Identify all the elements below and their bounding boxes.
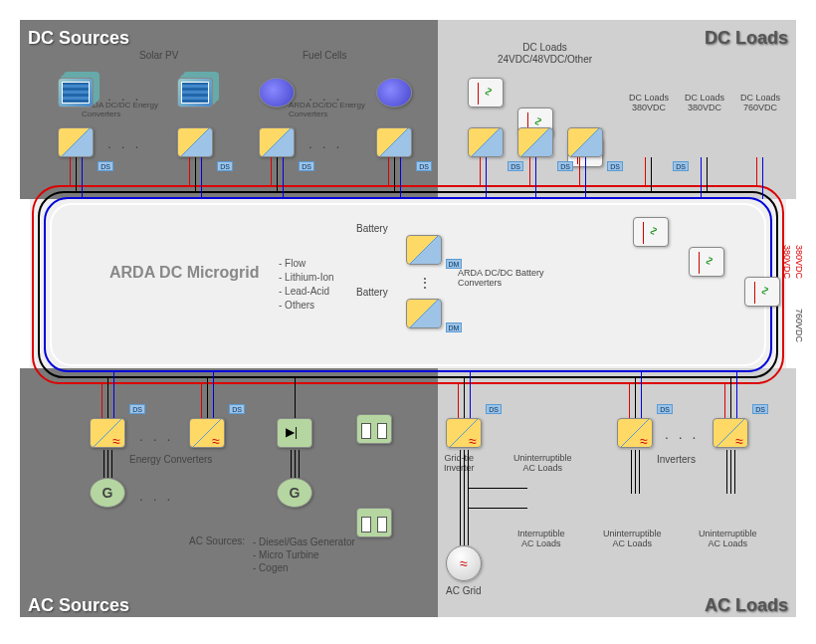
dc-load-380-icon [689,247,724,277]
wire [201,382,202,418]
wire [585,157,586,199]
dcdc-converter-icon [567,127,603,157]
dcdc-converter-icon [259,127,295,157]
ds-badge: DS [129,404,145,414]
ds-badge: DS [416,161,432,171]
ellipsis-icon: . . . [107,88,141,104]
fuel-cell-icon [259,78,295,107]
wire [730,376,731,418]
wire [480,157,481,187]
diode-icon [277,418,312,448]
ellipsis-icon: . . . [308,88,342,104]
battery-icon [356,508,392,537]
wire [111,450,112,478]
wire [470,370,471,418]
wire [102,382,102,418]
ac-sources-list: - Diesel/Gas Generator- Micro Turbine- C… [253,536,355,574]
wire [730,450,731,494]
label-fuel-cells: Fuel Cells [303,50,346,61]
label-battery-converters: ARDA DC/DC Battery Converters [458,269,544,289]
wire [468,450,469,545]
wire [486,157,487,199]
ellipsis-icon: . . . [139,428,173,444]
wire [724,382,725,418]
wire [645,157,646,187]
ellipsis-icon: . . . [308,135,342,151]
label-760vdc-vert: 760VDC [794,309,804,342]
ds-badge: DS [557,161,573,171]
wire [113,370,114,418]
wire [295,376,296,418]
wire [529,157,530,187]
wire [701,157,702,199]
label-dc-loads-380a: DC Loads 380VDC [629,94,669,113]
wire [458,382,459,418]
label-battery: Battery [356,287,388,298]
wire [635,450,636,494]
wire [639,450,640,494]
ds-badge: DS [673,161,689,171]
label-ac-sources-subtitle: AC Sources: [189,536,245,546]
wire [468,488,527,489]
wire [388,157,389,187]
generator-icon: G [90,478,125,508]
ds-badge: DS [508,161,523,171]
wire [295,450,296,478]
label-battery: Battery [356,223,388,234]
label-380vdc-vert: 380VDC [794,245,804,279]
ds-badge: DS [217,161,233,171]
wire [635,376,636,418]
label-dc-loads-other: DC Loads 24VDC/48VDC/Other [498,42,592,66]
wire [271,157,272,187]
ds-badge: DS [752,404,768,414]
ellipsis-icon: . . . [107,135,141,151]
wire [651,157,652,193]
wire [103,450,104,478]
wire [277,157,278,193]
label-inverters: Inverters [657,454,696,465]
wire [283,157,284,199]
ellipsis-icon: . . . [665,426,699,442]
wire [400,157,401,199]
wire [762,157,763,199]
dc-load-380-icon [633,217,669,247]
wire [213,370,214,418]
wire [579,157,580,187]
dcdc-converter-icon [468,127,504,157]
label-ac-loads: AC Loads [705,595,788,616]
wire [107,450,108,478]
grid-tie-inverter-icon [446,418,482,448]
fuel-cell-icon [376,78,412,107]
ac-energy-converter-icon [90,418,125,448]
label-dc-loads-380b: DC Loads 380VDC [685,94,724,113]
wire [464,450,465,545]
ds-badge: DS [98,161,113,171]
wire [631,450,632,494]
solar-panel-icon [177,78,213,107]
battery-types-list: - Flow- Lithium-Ion - Lead-Acid- Others [279,257,334,313]
label-ac-sources: AC Sources [28,595,129,616]
wire [299,450,300,478]
label-dc-sources: DC Sources [28,28,129,49]
ds-badge: DS [607,161,623,171]
dcdc-converter-icon [177,127,213,157]
battery-icon [356,414,392,444]
wire [82,157,83,199]
dcdc-converter-icon [517,127,553,157]
wire [736,370,737,418]
microgrid-title: ARDA DC Microgrid [109,264,260,282]
wire [468,508,527,509]
label-solar-pv: Solar PV [139,50,178,61]
label-interruptible: Interruptible AC Loads [517,530,565,549]
battery-converter-icon [406,299,442,328]
wire [394,157,395,193]
dcdc-converter-icon [376,127,412,157]
wire [201,157,202,199]
wire [629,382,630,418]
wire [535,157,536,199]
wire [464,376,465,418]
dc-load-760-icon [744,277,780,307]
dcdc-converter-icon [58,127,94,157]
wire [76,157,77,193]
wire [195,157,196,193]
